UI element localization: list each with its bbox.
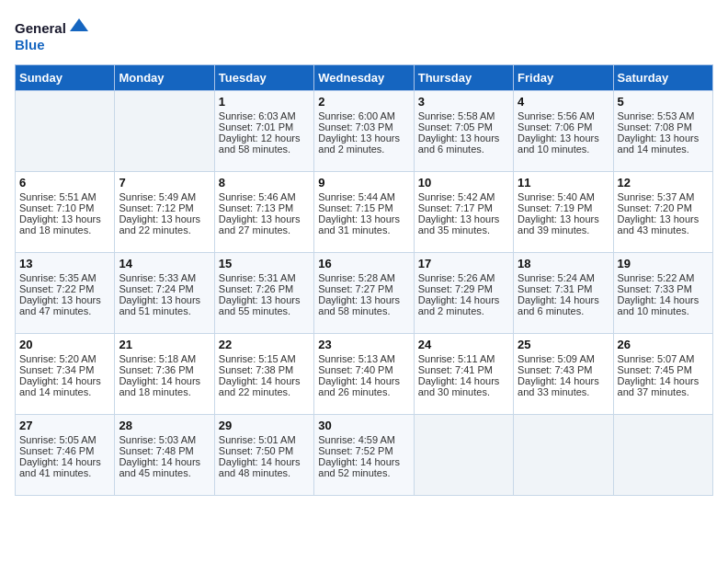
day-info: and 47 minutes. [19,305,110,316]
day-info: Sunrise: 4:59 AM [318,434,409,445]
day-number: 24 [418,338,509,351]
day-info: Daylight: 14 hours [119,456,210,467]
calendar-cell [514,415,613,496]
day-info: Sunset: 7:34 PM [19,364,110,375]
day-info: Sunset: 7:26 PM [219,283,310,294]
calendar-cell: 28Sunrise: 5:03 AMSunset: 7:48 PMDayligh… [115,415,214,496]
calendar-week-row: 27Sunrise: 5:05 AMSunset: 7:46 PMDayligh… [16,415,713,496]
day-info: Sunset: 7:43 PM [518,364,609,375]
day-info: Sunrise: 5:40 AM [518,191,609,202]
day-info: and 22 minutes. [119,224,210,236]
day-number: 15 [219,257,310,270]
logo-svg: General Blue [15,15,88,55]
day-number: 26 [618,338,709,351]
day-info: Daylight: 14 hours [618,294,709,305]
day-info: Sunrise: 5:20 AM [19,353,110,364]
calendar-cell: 12Sunrise: 5:37 AMSunset: 7:20 PMDayligh… [613,172,712,253]
day-number: 6 [19,176,110,190]
day-info: and 43 minutes. [618,224,709,236]
day-number: 4 [518,95,609,109]
day-info: Sunset: 7:40 PM [318,364,409,375]
day-number: 14 [119,257,210,270]
day-info: Daylight: 13 hours [418,132,509,144]
calendar-cell: 27Sunrise: 5:05 AMSunset: 7:46 PMDayligh… [16,415,115,496]
day-info: Sunrise: 5:07 AM [618,353,709,364]
day-info: Sunset: 7:12 PM [119,202,210,213]
day-info: Daylight: 13 hours [618,132,709,144]
day-info: and 18 minutes. [119,386,210,397]
calendar-week-row: 13Sunrise: 5:35 AMSunset: 7:22 PMDayligh… [16,253,713,334]
calendar-week-row: 1Sunrise: 6:03 AMSunset: 7:01 PMDaylight… [16,91,713,172]
day-info: Sunset: 7:38 PM [219,364,310,375]
day-info: Sunset: 7:06 PM [518,121,609,132]
day-number: 5 [618,95,709,109]
day-info: and 33 minutes. [518,386,609,397]
day-info: Daylight: 14 hours [618,375,709,386]
day-info: Daylight: 13 hours [318,294,409,305]
day-info: Daylight: 14 hours [518,294,609,305]
day-number: 23 [318,338,409,351]
day-number: 28 [119,419,210,432]
calendar-cell: 11Sunrise: 5:40 AMSunset: 7:19 PMDayligh… [514,172,613,253]
day-info: Sunset: 7:33 PM [618,283,709,294]
day-info: Sunrise: 5:28 AM [318,272,409,283]
day-info: and 27 minutes. [219,224,310,236]
calendar-cell: 13Sunrise: 5:35 AMSunset: 7:22 PMDayligh… [16,253,115,334]
day-info: and 58 minutes. [318,305,409,316]
day-info: and 6 minutes. [518,305,609,316]
day-info: Sunset: 7:50 PM [219,445,310,456]
day-info: and 22 minutes. [219,386,310,397]
calendar-cell: 6Sunrise: 5:51 AMSunset: 7:10 PMDaylight… [16,172,115,253]
calendar-week-row: 20Sunrise: 5:20 AMSunset: 7:34 PMDayligh… [16,334,713,415]
day-number: 7 [119,176,210,190]
weekday-header-wednesday: Wednesday [314,65,414,91]
day-info: Daylight: 14 hours [518,375,609,386]
day-info: Sunrise: 5:58 AM [418,110,509,121]
day-info: Sunset: 7:41 PM [418,364,509,375]
day-info: Sunset: 7:05 PM [418,121,509,132]
calendar-cell: 29Sunrise: 5:01 AMSunset: 7:50 PMDayligh… [214,415,313,496]
day-number: 2 [318,95,409,109]
calendar-cell: 30Sunrise: 4:59 AMSunset: 7:52 PMDayligh… [314,415,414,496]
calendar-cell: 23Sunrise: 5:13 AMSunset: 7:40 PMDayligh… [314,334,414,415]
day-info: Daylight: 13 hours [318,213,409,224]
day-info: Sunset: 7:20 PM [618,202,709,213]
day-info: and 14 minutes. [19,386,110,397]
day-info: Sunrise: 6:00 AM [318,110,409,121]
calendar-cell [414,415,513,496]
day-info: Sunset: 7:52 PM [318,445,409,456]
calendar-body: 1Sunrise: 6:03 AMSunset: 7:01 PMDaylight… [16,91,713,496]
day-info: Sunset: 7:10 PM [19,202,110,213]
day-info: Sunset: 7:13 PM [219,202,310,213]
day-info: Sunrise: 5:11 AM [418,353,509,364]
weekday-header-tuesday: Tuesday [214,65,313,91]
day-number: 25 [518,338,609,351]
day-info: Sunset: 7:46 PM [19,445,110,456]
day-info: and 2 minutes. [418,305,509,316]
day-info: Daylight: 13 hours [19,294,110,305]
day-info: Sunrise: 5:22 AM [618,272,709,283]
calendar-cell: 2Sunrise: 6:00 AMSunset: 7:03 PMDaylight… [314,91,414,172]
day-info: Daylight: 13 hours [418,213,509,224]
day-info: Sunrise: 5:53 AM [618,110,709,121]
day-number: 17 [418,257,509,270]
day-info: Daylight: 14 hours [19,456,110,467]
day-info: and 14 minutes. [618,144,709,155]
day-info: and 39 minutes. [518,224,609,236]
calendar-cell: 9Sunrise: 5:44 AMSunset: 7:15 PMDaylight… [314,172,414,253]
calendar-cell [115,91,214,172]
day-info: Sunrise: 5:37 AM [618,191,709,202]
calendar-cell: 8Sunrise: 5:46 AMSunset: 7:13 PMDaylight… [214,172,313,253]
calendar-cell: 4Sunrise: 5:56 AMSunset: 7:06 PMDaylight… [514,91,613,172]
svg-text:Blue: Blue [15,37,45,52]
day-info: and 35 minutes. [418,224,509,236]
day-info: Sunrise: 5:44 AM [318,191,409,202]
day-info: Sunset: 7:29 PM [418,283,509,294]
day-info: Daylight: 14 hours [119,375,210,386]
day-info: Sunrise: 6:03 AM [219,110,310,121]
day-info: Sunrise: 5:18 AM [119,353,210,364]
weekday-header-friday: Friday [514,65,613,91]
calendar-cell: 19Sunrise: 5:22 AMSunset: 7:33 PMDayligh… [613,253,712,334]
day-info: Daylight: 13 hours [219,294,310,305]
day-info: Sunrise: 5:01 AM [219,434,310,445]
